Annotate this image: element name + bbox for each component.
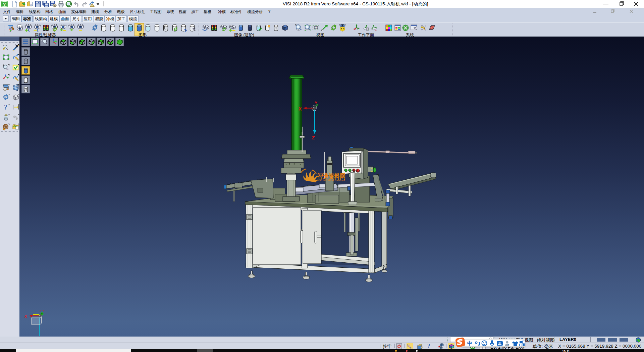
svg-text:Y: Y [315,101,317,105]
svg-text:V: V [3,2,6,7]
svg-text:X: X [24,314,27,318]
svg-text:?: ? [4,103,7,111]
svg-text:INTELLIGENT MANUFACTURING DATA: INTELLIGENT MANUFACTURING DATA [318,180,345,181]
svg-text:智造资料网: 智造资料网 [317,172,345,180]
svg-text:10: 10 [419,346,422,349]
svg-text:X: X [299,106,302,112]
svg-text:Z: Z [312,135,315,140]
svg-text:1:1: 1:1 [314,27,317,29]
